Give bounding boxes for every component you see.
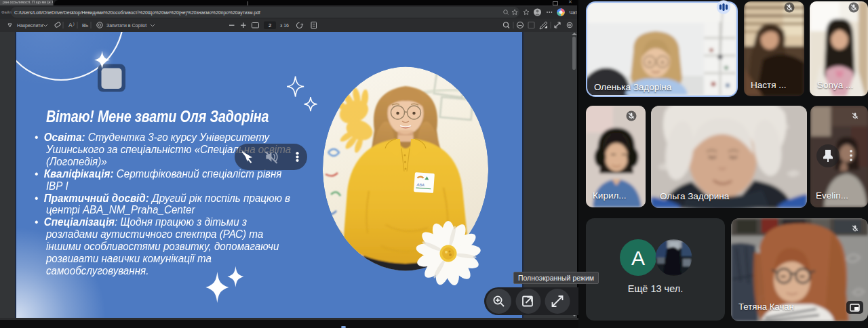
svg-text:Запитати в Copilot: Запитати в Copilot [106,23,146,28]
svg-text:ABA: ABA [416,182,425,187]
svg-text:з 16: з 16 [280,23,289,28]
svg-text:): ) [73,22,75,26]
svg-text:Накреслити: Накреслити [17,23,43,28]
svg-text:A: A [631,247,645,269]
svg-text:2: 2 [269,22,271,28]
svg-text:ВЬ: ВЬ [82,23,89,28]
svg-text:A: A [68,22,73,28]
